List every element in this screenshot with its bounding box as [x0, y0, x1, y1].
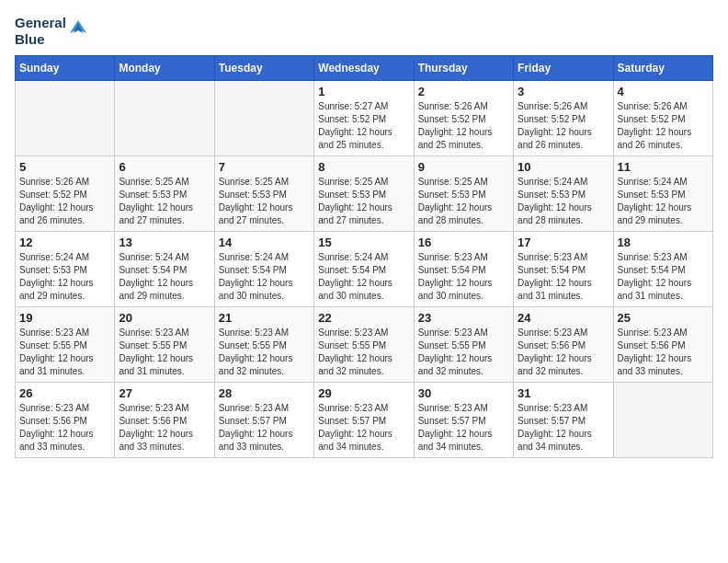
day-number: 29 — [318, 386, 409, 400]
day-number: 2 — [418, 85, 509, 98]
day-number: 4 — [618, 85, 709, 98]
day-number: 1 — [318, 85, 409, 98]
day-info: Sunrise: 5:23 AM Sunset: 5:56 PM Dayligh… — [119, 402, 210, 454]
day-info: Sunrise: 5:23 AM Sunset: 5:57 PM Dayligh… — [219, 402, 310, 454]
day-info: Sunrise: 5:23 AM Sunset: 5:56 PM Dayligh… — [618, 327, 709, 378]
calendar-week-row: 1Sunrise: 5:27 AM Sunset: 5:52 PM Daylig… — [16, 81, 713, 156]
day-info: Sunrise: 5:24 AM Sunset: 5:53 PM Dayligh… — [518, 176, 609, 227]
page-header: General Blue — [15, 15, 713, 48]
day-info: Sunrise: 5:23 AM Sunset: 5:56 PM Dayligh… — [19, 402, 110, 454]
calendar-week-row: 12Sunrise: 5:24 AM Sunset: 5:53 PM Dayli… — [16, 232, 713, 307]
calendar-cell: 10Sunrise: 5:24 AM Sunset: 5:53 PM Dayli… — [514, 156, 613, 232]
day-info: Sunrise: 5:25 AM Sunset: 5:53 PM Dayligh… — [119, 176, 210, 227]
day-number: 25 — [618, 311, 709, 325]
day-number: 18 — [618, 236, 709, 249]
day-number: 27 — [119, 386, 210, 400]
calendar-cell: 12Sunrise: 5:24 AM Sunset: 5:53 PM Dayli… — [16, 232, 115, 307]
calendar-cell: 27Sunrise: 5:23 AM Sunset: 5:56 PM Dayli… — [115, 383, 214, 458]
logo-graphic: General Blue — [15, 15, 88, 48]
calendar-cell: 13Sunrise: 5:24 AM Sunset: 5:54 PM Dayli… — [115, 232, 214, 307]
day-number: 30 — [418, 386, 509, 400]
calendar-table: SundayMondayTuesdayWednesdayThursdayFrid… — [15, 55, 713, 458]
day-info: Sunrise: 5:26 AM Sunset: 5:52 PM Dayligh… — [19, 176, 110, 227]
day-number: 11 — [618, 160, 709, 174]
day-info: Sunrise: 5:25 AM Sunset: 5:53 PM Dayligh… — [219, 176, 310, 227]
day-number: 21 — [219, 311, 310, 325]
day-number: 14 — [219, 236, 310, 249]
calendar-cell: 14Sunrise: 5:24 AM Sunset: 5:54 PM Dayli… — [214, 232, 313, 307]
weekday-header: Thursday — [414, 56, 513, 81]
calendar-cell: 16Sunrise: 5:23 AM Sunset: 5:54 PM Dayli… — [414, 232, 513, 307]
calendar-cell: 8Sunrise: 5:25 AM Sunset: 5:53 PM Daylig… — [314, 156, 414, 232]
day-number: 9 — [418, 160, 509, 174]
calendar-cell: 24Sunrise: 5:23 AM Sunset: 5:56 PM Dayli… — [514, 307, 613, 383]
day-info: Sunrise: 5:27 AM Sunset: 5:52 PM Dayligh… — [318, 100, 409, 152]
calendar-cell: 3Sunrise: 5:26 AM Sunset: 5:52 PM Daylig… — [514, 81, 613, 156]
calendar-cell — [214, 81, 313, 156]
day-info: Sunrise: 5:24 AM Sunset: 5:54 PM Dayligh… — [219, 251, 310, 303]
day-number: 17 — [518, 236, 609, 249]
calendar-cell — [613, 383, 712, 458]
day-number: 28 — [219, 386, 310, 400]
day-number: 10 — [518, 160, 609, 174]
day-info: Sunrise: 5:23 AM Sunset: 5:55 PM Dayligh… — [19, 327, 110, 378]
day-number: 23 — [418, 311, 509, 325]
calendar-cell: 15Sunrise: 5:24 AM Sunset: 5:54 PM Dayli… — [314, 232, 414, 307]
calendar-cell: 17Sunrise: 5:23 AM Sunset: 5:54 PM Dayli… — [514, 232, 613, 307]
day-number: 22 — [318, 311, 409, 325]
logo-text-blue: Blue — [15, 31, 66, 48]
day-info: Sunrise: 5:26 AM Sunset: 5:52 PM Dayligh… — [518, 100, 609, 152]
day-number: 5 — [19, 160, 110, 174]
weekday-header: Friday — [514, 56, 613, 81]
calendar-cell: 9Sunrise: 5:25 AM Sunset: 5:53 PM Daylig… — [414, 156, 513, 232]
logo: General Blue — [15, 15, 88, 48]
day-number: 3 — [518, 85, 609, 98]
day-info: Sunrise: 5:23 AM Sunset: 5:57 PM Dayligh… — [318, 402, 409, 454]
calendar-week-row: 5Sunrise: 5:26 AM Sunset: 5:52 PM Daylig… — [16, 156, 713, 232]
logo-text-general: General — [15, 15, 66, 31]
calendar-cell — [115, 81, 214, 156]
calendar-cell: 1Sunrise: 5:27 AM Sunset: 5:52 PM Daylig… — [314, 81, 414, 156]
day-info: Sunrise: 5:23 AM Sunset: 5:55 PM Dayligh… — [318, 327, 409, 378]
calendar-week-row: 19Sunrise: 5:23 AM Sunset: 5:55 PM Dayli… — [16, 307, 713, 383]
calendar-cell: 25Sunrise: 5:23 AM Sunset: 5:56 PM Dayli… — [613, 307, 712, 383]
calendar-cell: 31Sunrise: 5:23 AM Sunset: 5:57 PM Dayli… — [514, 383, 613, 458]
weekday-header: Sunday — [16, 56, 115, 81]
calendar-cell: 21Sunrise: 5:23 AM Sunset: 5:55 PM Dayli… — [214, 307, 313, 383]
day-info: Sunrise: 5:23 AM Sunset: 5:55 PM Dayligh… — [219, 327, 310, 378]
day-number: 15 — [318, 236, 409, 249]
day-info: Sunrise: 5:24 AM Sunset: 5:53 PM Dayligh… — [19, 251, 110, 303]
day-number: 24 — [518, 311, 609, 325]
calendar-week-row: 26Sunrise: 5:23 AM Sunset: 5:56 PM Dayli… — [16, 383, 713, 458]
day-number: 20 — [119, 311, 210, 325]
day-info: Sunrise: 5:23 AM Sunset: 5:54 PM Dayligh… — [618, 251, 709, 303]
day-info: Sunrise: 5:23 AM Sunset: 5:57 PM Dayligh… — [418, 402, 509, 454]
day-info: Sunrise: 5:26 AM Sunset: 5:52 PM Dayligh… — [418, 100, 509, 152]
day-number: 16 — [418, 236, 509, 249]
calendar-cell: 11Sunrise: 5:24 AM Sunset: 5:53 PM Dayli… — [613, 156, 712, 232]
weekday-header: Tuesday — [214, 56, 313, 81]
calendar-cell: 30Sunrise: 5:23 AM Sunset: 5:57 PM Dayli… — [414, 383, 513, 458]
day-number: 12 — [19, 236, 110, 249]
day-info: Sunrise: 5:25 AM Sunset: 5:53 PM Dayligh… — [418, 176, 509, 227]
weekday-header: Monday — [115, 56, 214, 81]
day-number: 31 — [518, 386, 609, 400]
day-info: Sunrise: 5:23 AM Sunset: 5:56 PM Dayligh… — [518, 327, 609, 378]
calendar-cell: 23Sunrise: 5:23 AM Sunset: 5:55 PM Dayli… — [414, 307, 513, 383]
calendar-cell: 18Sunrise: 5:23 AM Sunset: 5:54 PM Dayli… — [613, 232, 712, 307]
calendar-cell: 7Sunrise: 5:25 AM Sunset: 5:53 PM Daylig… — [214, 156, 313, 232]
day-info: Sunrise: 5:23 AM Sunset: 5:57 PM Dayligh… — [518, 402, 609, 454]
weekday-header: Saturday — [613, 56, 712, 81]
day-info: Sunrise: 5:24 AM Sunset: 5:54 PM Dayligh… — [318, 251, 409, 303]
calendar-cell: 2Sunrise: 5:26 AM Sunset: 5:52 PM Daylig… — [414, 81, 513, 156]
day-info: Sunrise: 5:23 AM Sunset: 5:54 PM Dayligh… — [518, 251, 609, 303]
calendar-cell: 6Sunrise: 5:25 AM Sunset: 5:53 PM Daylig… — [115, 156, 214, 232]
weekday-header-row: SundayMondayTuesdayWednesdayThursdayFrid… — [16, 56, 713, 81]
day-info: Sunrise: 5:23 AM Sunset: 5:54 PM Dayligh… — [418, 251, 509, 303]
logo-bird-icon — [68, 17, 88, 37]
day-number: 8 — [318, 160, 409, 174]
calendar-cell: 29Sunrise: 5:23 AM Sunset: 5:57 PM Dayli… — [314, 383, 414, 458]
day-info: Sunrise: 5:23 AM Sunset: 5:55 PM Dayligh… — [418, 327, 509, 378]
calendar-cell: 20Sunrise: 5:23 AM Sunset: 5:55 PM Dayli… — [115, 307, 214, 383]
calendar-cell: 22Sunrise: 5:23 AM Sunset: 5:55 PM Dayli… — [314, 307, 414, 383]
